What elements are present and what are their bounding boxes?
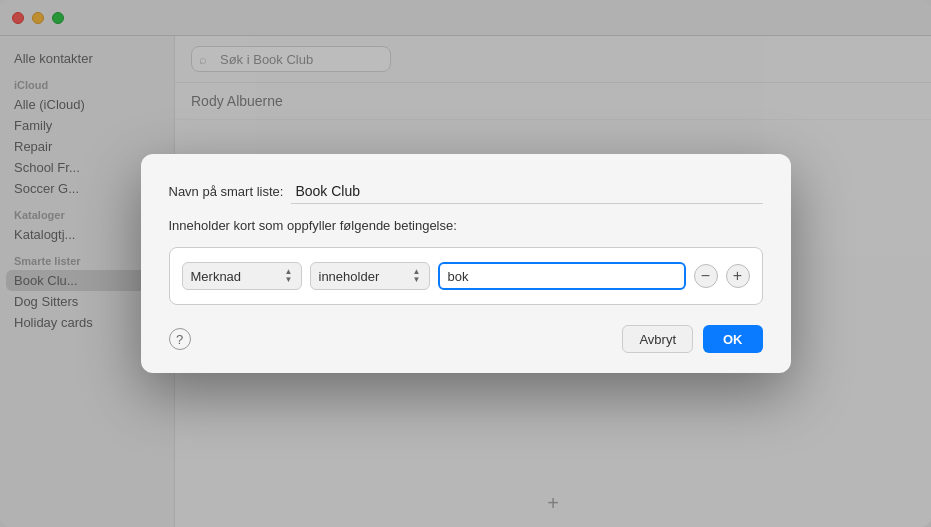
field-select-value: Merknad [191,269,242,284]
name-row: Navn på smart liste: [169,178,763,204]
remove-condition-button[interactable]: − [694,264,718,288]
condition-row: Merknad ▲▼ inneholder ▲▼ − + [182,262,750,290]
modal-footer: ? Avbryt OK [169,325,763,353]
field-select[interactable]: Merknad ▲▼ [182,262,302,290]
conditions-box: Merknad ▲▼ inneholder ▲▼ − + [169,247,763,305]
smart-list-dialog: Navn på smart liste: Inneholder kort som… [141,154,791,373]
operator-select-arrows: ▲▼ [413,268,421,284]
condition-value-input[interactable] [438,262,686,290]
ok-button[interactable]: OK [703,325,763,353]
field-select-arrows: ▲▼ [285,268,293,284]
operator-select[interactable]: inneholder ▲▼ [310,262,430,290]
condition-subtitle: Inneholder kort som oppfyller følgende b… [169,218,763,233]
operator-select-value: inneholder [319,269,380,284]
smart-list-name-input[interactable] [291,178,762,204]
modal-overlay: Navn på smart liste: Inneholder kort som… [0,0,931,527]
cancel-button[interactable]: Avbryt [622,325,693,353]
help-button[interactable]: ? [169,328,191,350]
name-label: Navn på smart liste: [169,184,284,199]
add-condition-button[interactable]: + [726,264,750,288]
